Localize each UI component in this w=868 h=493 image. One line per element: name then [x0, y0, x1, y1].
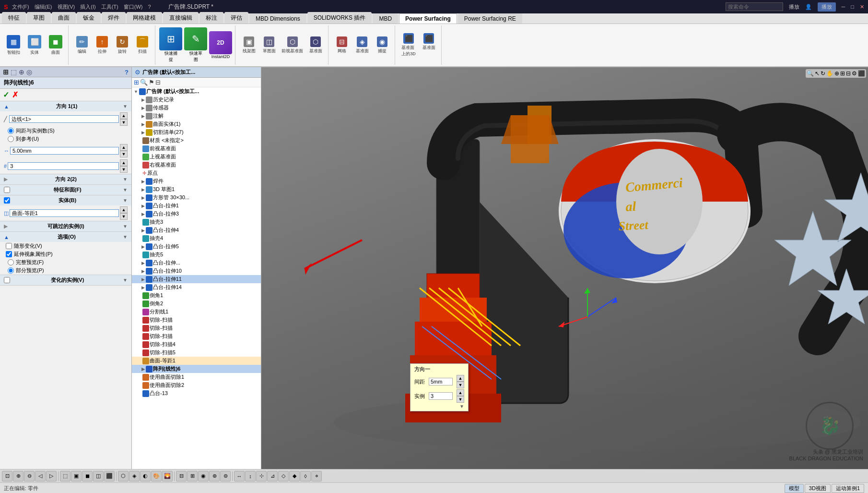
bodies-header[interactable]: 实体(B) ▼ — [0, 195, 131, 205]
menu-item-edit[interactable]: 编辑(E) — [35, 4, 52, 10]
bt-zoom-in[interactable]: ⊕ — [13, 471, 23, 481]
tree-item-history[interactable]: ▶ 历史记录 — [132, 96, 261, 104]
tree-item-boss10[interactable]: ▶ 凸台-拉伸10 — [132, 267, 261, 275]
tree-item-surface-cut1[interactable]: 使用曲面切除1 — [132, 373, 261, 381]
spin-down[interactable]: ▼ — [120, 119, 128, 126]
radio-distance-input[interactable] — [8, 128, 14, 134]
bt-sec4[interactable]: ⊛ — [209, 471, 220, 481]
tree-item-boss11[interactable]: ▶ 凸台-拉伸11 — [132, 275, 261, 283]
btn-quick-insert[interactable]: ⊞ 快速捕捉 — [159, 27, 182, 63]
tree-item-sensor[interactable]: ▶ 传感器 — [132, 104, 261, 112]
popup-instance-input[interactable] — [429, 392, 453, 400]
bt-display-1[interactable]: ⬚ — [60, 471, 70, 481]
bt-extra2[interactable]: ◆ — [289, 471, 300, 481]
direction2-header[interactable]: ▶ 方向 2(2) ▼ — [0, 174, 131, 184]
tree-item-tube[interactable]: ▶ 方形管 30×30... — [132, 193, 261, 202]
bt-display-2[interactable]: ▣ — [71, 471, 82, 481]
tab-mbd[interactable]: MBD — [373, 13, 398, 24]
tab-motion[interactable]: 运动算例1 — [832, 484, 864, 493]
cb-random-input[interactable] — [6, 243, 12, 249]
vt-rotate[interactable]: ↻ — [821, 70, 825, 77]
tree-item-shell3[interactable]: 抽壳3 — [132, 218, 261, 226]
direction1-collapse[interactable]: ▼ — [123, 104, 128, 109]
btn-instant2d[interactable]: 2D Instant2D — [209, 31, 232, 59]
tree-item-boss5[interactable]: ▶ 凸台-拉伸5 — [132, 242, 261, 251]
direction2-collapse[interactable]: ▼ — [123, 177, 128, 182]
radio-part-input[interactable] — [8, 267, 14, 274]
tree-item-cut-sweep5[interactable]: 切除-扫描5 — [132, 349, 261, 357]
vary-header[interactable]: 变化的实例(V) ▼ — [0, 275, 131, 285]
vary-checkbox[interactable] — [4, 277, 10, 283]
viewport[interactable]: Commerci al Street 方向一 间距 — [261, 67, 868, 469]
tree-item-cut-sweep1[interactable]: 切除-扫描 — [132, 316, 261, 324]
bt-view-cube[interactable]: ⬡ — [118, 471, 129, 481]
ribbon-btn-2[interactable]: ⬜ 实体 — [25, 34, 44, 57]
menu-item-insert[interactable]: 插入(I) — [80, 4, 95, 10]
pm-icon-1[interactable]: ⊞ — [3, 68, 9, 76]
bt-sec1[interactable]: ⊟ — [176, 471, 187, 481]
bt-display-3[interactable]: ◼ — [82, 471, 93, 481]
btn-more-1[interactable]: ⊟ 网格 — [332, 36, 352, 55]
vt-more2[interactable]: ⊟ — [846, 70, 851, 77]
minimize-button[interactable]: ─ — [842, 4, 845, 10]
features-header[interactable]: 特征和面(F) ▼ — [0, 185, 131, 195]
pm-icon-2[interactable]: ⬚ — [11, 68, 17, 76]
bt-zoom-out[interactable]: ⊖ — [24, 471, 35, 481]
count-input[interactable] — [8, 162, 119, 170]
help-button[interactable]: ? — [125, 69, 129, 76]
vt-magnify[interactable]: 🔍 — [807, 70, 814, 77]
ribbon-btn-1[interactable]: ▦ 智能扣 — [4, 34, 23, 57]
popup-inst-down[interactable]: ▼ — [457, 396, 464, 403]
tree-tool-4[interactable]: ⊟ — [155, 79, 161, 86]
cancel-button[interactable]: ✗ — [12, 90, 18, 99]
tree-tool-2[interactable]: 🔍 — [140, 79, 148, 86]
tree-item-boss14[interactable]: ▶ 凸台-拉伸14 — [132, 283, 261, 291]
dist-spin-up[interactable]: ▲ — [120, 144, 128, 151]
bt-scene[interactable]: 🌄 — [162, 471, 173, 481]
tree-item-shell5[interactable]: 抽壳5 — [132, 251, 261, 259]
features-collapse[interactable]: ▼ — [123, 187, 128, 192]
tree-item-boss1[interactable]: ▶ 凸台-拉伸1 — [132, 202, 261, 210]
btn-3d-1[interactable]: ⬛ 基准面上的3D — [399, 32, 418, 58]
dist-spin-down[interactable]: ▼ — [120, 151, 128, 157]
radio-full-input[interactable] — [8, 259, 14, 265]
tree-item-right-plane[interactable]: 右视基准面 — [132, 161, 261, 169]
ribbon-btn-edit[interactable]: ✏ 编辑 — [72, 35, 92, 56]
body-spin-down[interactable]: ▼ — [120, 213, 128, 220]
menu-item-tools[interactable]: 工具(T) — [101, 4, 118, 10]
popup-distance-input[interactable] — [429, 378, 453, 385]
vt-screen[interactable]: ⬛ — [858, 70, 865, 77]
tree-item-boss3[interactable]: ▶ 凸台-拉伸3 — [132, 210, 261, 218]
close-button[interactable]: ✕ — [860, 4, 864, 10]
bt-display-4[interactable]: ◫ — [93, 471, 104, 481]
tree-item-pattern[interactable]: ▶ 阵列(线性)6 — [132, 365, 261, 373]
tree-item-surface-cut2[interactable]: 使用曲面切除2 — [132, 381, 261, 389]
bt-extra3[interactable]: ◊ — [300, 471, 311, 481]
count-spin-down[interactable]: ▼ — [120, 166, 128, 173]
bt-move1[interactable]: ↔ — [234, 471, 245, 481]
tree-root[interactable]: ▼ 广告牌 (默认<按加工... — [132, 87, 261, 96]
ribbon-btn-extrude[interactable]: ↑ 拉伸 — [93, 35, 112, 56]
menu-item-file[interactable]: 文件(F) — [12, 4, 29, 10]
tab-sw-plugins[interactable]: SOLIDWORKS 插件 — [307, 12, 372, 24]
tree-item-chamfer2[interactable]: 倒角2 — [132, 300, 261, 308]
btn-view-1[interactable]: ▣ 线架图 — [239, 36, 258, 55]
btn-quick-sketch[interactable]: ✎ 快速草图 — [184, 27, 207, 63]
tree-item-surface-offset[interactable]: 曲面-等距1 — [132, 357, 261, 365]
btn-view-3[interactable]: ⬡ 前视基准面 — [280, 36, 305, 55]
direction1-header[interactable]: ▲ 方向 1(1) ▼ — [0, 101, 131, 111]
tab-features[interactable]: 特征 — [2, 12, 26, 24]
btn-view-2[interactable]: ◫ 草图面 — [259, 36, 279, 55]
btn-3d-2[interactable]: ⬛ 基准面 — [419, 32, 438, 58]
bt-persp[interactable]: ◈ — [129, 471, 140, 481]
tab-mbd-dimensions[interactable]: MBD Dimensions — [249, 13, 306, 24]
tab-power-surfacing-re[interactable]: Power Surfacing RE — [458, 13, 522, 24]
btn-more-3[interactable]: ◉ 捕捉 — [373, 36, 392, 55]
tab-surface[interactable]: 曲面 — [52, 12, 76, 24]
bt-next-view[interactable]: ▷ — [46, 471, 57, 481]
tree-item-weld[interactable]: ▶ 焊件 — [132, 177, 261, 185]
tree-tool-3[interactable]: ⚑ — [149, 79, 154, 86]
pin-button[interactable]: 播放 — [818, 2, 836, 12]
bt-move2[interactable]: ↕ — [245, 471, 256, 481]
count-spin-up[interactable]: ▲ — [120, 159, 128, 166]
